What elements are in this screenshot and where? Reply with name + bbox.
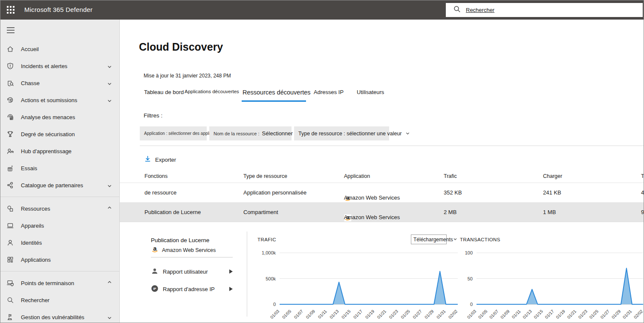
traffic-area-chart: 0500k1,000k01/0301/0501/0701/0901/1101/1… — [252, 245, 465, 323]
cell-trafic: 352 KB — [444, 189, 462, 196]
trials-icon — [6, 164, 14, 172]
panel-divider — [247, 232, 247, 317]
sidebar-item-accueil[interactable]: Accueil — [0, 40, 119, 57]
svg-text:01/05: 01/05 — [477, 309, 488, 320]
tab-applications-decouvertes[interactable]: Applications découvertes — [185, 89, 239, 102]
svg-text:01/07: 01/07 — [293, 309, 304, 320]
threat-analytics-icon — [6, 113, 14, 121]
search-placeholder: Rechercher — [466, 7, 494, 13]
chevron-up-icon — [107, 206, 112, 211]
sidebar-item-points-de-terminaison[interactable]: Points de terminaison — [0, 274, 119, 292]
sidebar-item-hub-apprentissage[interactable]: Hub d'apprentissage — [0, 143, 119, 160]
svg-text:0: 0 — [273, 302, 276, 307]
app-launcher-icon[interactable] — [5, 4, 17, 16]
cell-name: de ressource — [144, 189, 176, 196]
cell-type: Application personnalisée — [243, 189, 306, 196]
amazon-icon: a — [151, 246, 159, 255]
tab-ressources-decouvertes[interactable]: Ressources découvertes — [243, 89, 311, 102]
svg-text:01/29: 01/29 — [424, 309, 435, 320]
cell-trafic: 2 MB — [444, 209, 456, 215]
filter-resource-type[interactable]: Type de ressource : sélectionner une val… — [294, 126, 389, 140]
sidebar-item-ressources[interactable]: Ressources — [0, 200, 119, 217]
detail-app: a Amazon Web Services — [151, 246, 216, 255]
svg-text:01/27: 01/27 — [412, 309, 423, 320]
search-icon — [6, 296, 14, 304]
svg-text:01/21: 01/21 — [566, 309, 578, 320]
col-transactions-truncated: T — [641, 173, 644, 179]
svg-text:01/31: 01/31 — [622, 309, 633, 320]
devices-icon — [6, 222, 14, 229]
svg-text:01/13: 01/13 — [522, 309, 533, 320]
filter-resource-name[interactable]: Nom de la ressource : Sélectionner — [209, 126, 292, 140]
sidebar-item-appareils[interactable]: Appareils — [0, 217, 119, 234]
detail-divider — [151, 257, 233, 257]
tab-adresses-ip[interactable]: Adresses IP — [314, 89, 344, 102]
chevron-down-icon — [107, 314, 112, 320]
chevron-up-icon — [107, 280, 112, 286]
tab-utilisateurs[interactable]: Utilisateurs — [357, 89, 384, 102]
identities-icon — [6, 239, 14, 246]
tab-tableau-de-bord[interactable]: Tableau de bord — [144, 89, 184, 102]
cell-transactions-truncated: 4 — [641, 189, 644, 196]
chevron-down-icon — [107, 63, 112, 69]
col-charger: Charger — [543, 173, 562, 179]
table-row-selected[interactable]: Publication de Lucerne Compartiment a Am… — [120, 203, 644, 222]
svg-text:01/31: 01/31 — [436, 309, 447, 320]
svg-text:01/11: 01/11 — [511, 309, 522, 319]
svg-text:01/23: 01/23 — [388, 309, 399, 320]
metric-dropdown[interactable]: Téléchargements — [411, 234, 447, 244]
detail-resource-title: Publication de Lucerne — [151, 237, 209, 243]
cell-type: Compartiment — [243, 209, 278, 215]
sidebar-item-degre-de-securisation[interactable]: Degré de sécurisation — [0, 126, 119, 143]
svg-text:01/19: 01/19 — [555, 309, 566, 320]
svg-text:01/17: 01/17 — [544, 309, 555, 320]
chevron-down-icon — [107, 80, 112, 86]
svg-text:01/17: 01/17 — [352, 309, 364, 320]
sidebar-item-incidents-et-alertes[interactable]: Incidents et alertes — [0, 57, 119, 74]
sidebar-item-rechercher[interactable]: Rechercher — [0, 292, 119, 309]
cell-transactions-truncated: 9 — [641, 209, 644, 215]
sidebar-divider — [0, 197, 119, 197]
ip-icon: IP — [151, 285, 159, 294]
export-button[interactable]: Exporter — [144, 154, 176, 165]
svg-text:0: 0 — [470, 302, 473, 307]
open-arrow-icon — [229, 269, 233, 274]
section-divider — [140, 146, 644, 146]
sidebar-item-identites[interactable]: Identités — [0, 234, 119, 251]
user-icon — [151, 267, 159, 276]
chevron-down-icon — [107, 97, 112, 103]
transactions-chart-title: TRANSACTIONS — [460, 237, 500, 242]
active-tab-underline — [242, 100, 306, 102]
col-fonctions: Fonctions — [144, 173, 167, 179]
svg-text:01/15: 01/15 — [341, 309, 352, 320]
svg-text:01/03: 01/03 — [269, 309, 280, 320]
ip-report-link[interactable]: IP Rapport d'adresse IP — [151, 284, 233, 294]
top-bar: Microsoft 365 Defender Rechercher — [0, 0, 644, 20]
svg-text:01/05: 01/05 — [281, 309, 292, 320]
svg-text:100: 100 — [465, 250, 473, 255]
sidebar-item-essais[interactable]: Essais — [0, 160, 119, 177]
secure-score-icon — [6, 130, 14, 138]
sidebar-item-chasse[interactable]: Chasse — [0, 74, 119, 91]
sidebar-item-applications[interactable]: Applications — [0, 251, 119, 268]
main-content: Cloud Discovery Mise à jour le 31 janvie… — [120, 20, 644, 323]
col-application: Application — [344, 173, 370, 179]
col-type-de-ressource: Type de ressource — [243, 173, 287, 179]
sidebar-item-gestion-des-vulnerabilites[interactable]: Gestion des vulnérabilités — [0, 309, 119, 323]
search-input[interactable]: Rechercher — [446, 3, 643, 17]
table-header: Fonctions Type de ressource Application … — [120, 170, 644, 183]
table-row[interactable]: de ressource Application personnalisée a… — [120, 183, 644, 203]
sidebar-item-actions-et-soumissions[interactable]: Actions et soumissions — [0, 91, 119, 109]
filter-application[interactable]: Application : sélectionner des applicati… — [140, 126, 207, 140]
cell-charger: 1 MB — [543, 209, 556, 215]
hamburger-menu-icon[interactable] — [6, 26, 16, 34]
last-updated: Mise à jour le 31 janvier 2023, 248 PM — [144, 73, 231, 79]
open-arrow-icon — [229, 287, 233, 291]
user-report-link[interactable]: Rapport utilisateur — [151, 266, 233, 277]
page-title: Cloud Discovery — [139, 41, 223, 53]
transactions-area-chart: 05010001/0301/0501/0701/0901/1101/1301/1… — [449, 245, 644, 323]
shield-alert-icon — [6, 62, 14, 70]
sidebar-item-catalogue-de-partenaires[interactable]: Catalogue de partenaires — [0, 177, 119, 194]
col-trafic: Trafic — [444, 173, 457, 179]
sidebar-item-analyse-des-menaces[interactable]: Analyse des menaces — [0, 109, 119, 126]
